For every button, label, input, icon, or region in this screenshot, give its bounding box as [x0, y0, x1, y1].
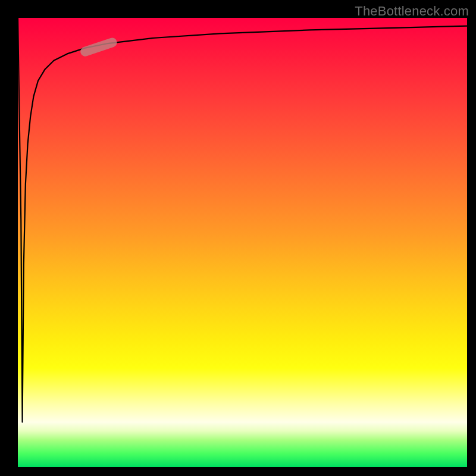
- chart-stage: TheBottleneck.com: [0, 0, 476, 476]
- bottleneck-curve: [18, 18, 467, 422]
- highlight-pill: [85, 43, 112, 52]
- watermark-label: TheBottleneck.com: [355, 4, 469, 19]
- curve-layer: [18, 18, 467, 467]
